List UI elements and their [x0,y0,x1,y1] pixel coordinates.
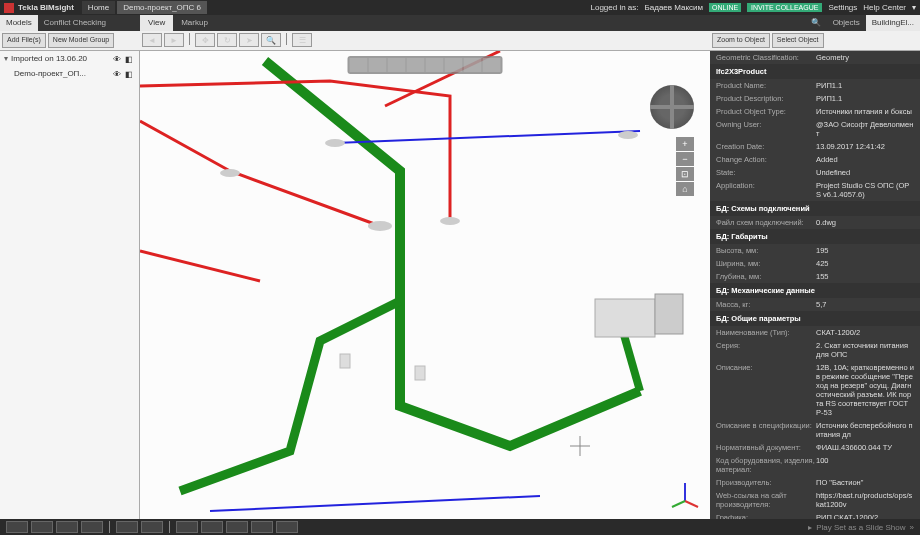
tab-markup[interactable]: Markup [173,15,216,31]
eye-icon[interactable]: 👁 [113,55,123,63]
tab-objects[interactable]: Objects [827,15,866,31]
prop-row: Описание:12В, 10А; кратковременно и в ре… [710,361,920,419]
tab-conflict[interactable]: Conflict Checking [38,15,112,31]
prop-row: Application:Project Studio CS ОПС (OPS v… [710,179,920,201]
svg-point-3 [325,139,345,147]
zoom-toolbar: + − ⊡ ⌂ [676,137,694,196]
prop-section-header: БД: Схемы подключений [710,201,920,216]
bottom-tool-icon[interactable] [81,521,103,533]
view-compass[interactable] [650,85,694,129]
orbit-icon[interactable]: ↻ [217,33,237,47]
view-mode-icon[interactable] [369,58,387,72]
tab-project[interactable]: Demo-проект_ОПС 6 [117,1,207,14]
tab-home[interactable]: Home [82,1,115,14]
prop-row: Change Action:Added [710,153,920,166]
help-link[interactable]: Help Center [863,3,906,12]
prop-row: Высота, мм:195 [710,244,920,257]
svg-rect-0 [595,299,655,337]
svg-point-4 [220,169,240,177]
view-mode-toolbar [348,56,503,74]
view-mode-icon[interactable] [350,58,368,72]
bottom-tool-icon[interactable] [141,521,163,533]
3d-viewport[interactable]: + − ⊡ ⌂ [140,51,710,519]
bottom-tool-icon[interactable] [176,521,198,533]
bottom-tool-icon[interactable] [226,521,248,533]
zoom-out-icon[interactable]: − [676,152,694,166]
svg-rect-1 [655,294,683,334]
prop-row: Масса, кг:5,7 [710,298,920,311]
pan-icon[interactable]: ✥ [195,33,215,47]
eye-icon[interactable]: 👁 [113,70,123,78]
collapse-icon[interactable]: ▾ [4,54,8,63]
view-mode-icon[interactable] [483,58,501,72]
tree-folder[interactable]: ▾ Imported on 13.06.20 👁◧ [0,51,139,66]
prop-row: Производитель:ПО "Бастион" [710,476,920,489]
bottom-tool-icon[interactable] [201,521,223,533]
settings-link[interactable]: Settings [828,3,857,12]
bottom-tool-icon[interactable] [251,521,273,533]
bottom-tool-icon[interactable] [116,521,138,533]
status-bar: ▸ Play Set as a Slide Show » [0,519,920,535]
view-mode-icon[interactable] [426,58,444,72]
view-mode-icon[interactable] [445,58,463,72]
bottom-tool-icon[interactable] [56,521,78,533]
zoom-home-icon[interactable]: ⌂ [676,182,694,196]
view-mode-icon[interactable] [407,58,425,72]
tab-objects-search-icon[interactable]: 🔍 [805,15,827,31]
nav-fwd-icon[interactable]: ► [164,33,184,47]
tab-models[interactable]: Models [0,15,38,31]
app-icon [4,3,14,13]
zoom-in-icon[interactable]: + [676,137,694,151]
prop-row: Глубина, мм:155 [710,270,920,283]
slideshow-control[interactable]: ▸ Play Set as a Slide Show » [808,523,914,532]
prop-row: Web-ссылка на сайт производителя:https:/… [710,489,920,511]
prop-row: Описание в спецификации:Источник беспере… [710,419,920,441]
prop-row: Наименование (Тип):СКАТ-1200/2 [710,326,920,339]
tool-icon[interactable]: ☰ [292,33,312,47]
tree-file[interactable]: Demo-проект_ОП... 👁◧ [0,66,139,81]
view-mode-icon[interactable] [464,58,482,72]
invite-button[interactable]: INVITE COLLEAGUE [747,3,822,12]
prop-row: State:Undefined [710,166,920,179]
tab-view[interactable]: View [140,15,173,31]
cursor-icon[interactable]: ➤ [239,33,259,47]
tree-label: Demo-проект_ОП... [14,69,86,78]
prop-row: Ширина, мм:425 [710,257,920,270]
new-group-button[interactable]: New Model Group [48,33,114,48]
tree-label: Imported on 13.06.20 [11,54,87,63]
prop-section-header: БД: Габариты [710,229,920,244]
svg-point-6 [440,217,460,225]
zoom-fit-icon[interactable]: ⊡ [676,167,694,181]
prop-row: Файл схем подключений:0.dwg [710,216,920,229]
prop-row: Geometric Classification:Geometry [710,51,920,64]
svg-rect-7 [340,354,350,368]
svg-point-5 [618,131,638,139]
user-name: Бадаев Максим [645,3,704,12]
axis-gizmo[interactable] [670,481,700,511]
bottom-tool-icon[interactable] [276,521,298,533]
layers-icon[interactable]: ◧ [125,55,135,63]
bottom-tool-icon[interactable] [31,521,53,533]
select-object-button[interactable]: Select Object [772,33,824,48]
login-label: Logged in as: [591,3,639,12]
svg-rect-8 [415,366,425,380]
nav-back-icon[interactable]: ◄ [142,33,162,47]
layers-icon[interactable]: ◧ [125,70,135,78]
zoom-window-icon[interactable]: 🔍 [261,33,281,47]
help-dropdown-icon[interactable]: ▾ [912,3,916,12]
prop-row: Creation Date:13.09.2017 12:41:42 [710,140,920,153]
tab-building-el[interactable]: BuildingEl... [866,15,920,31]
bottom-tool-icon[interactable] [6,521,28,533]
add-file-button[interactable]: Add File(s) [2,33,46,48]
prop-row: Код оборудования, изделия, материал:100 [710,454,920,476]
toolbar-row: Add File(s) New Model Group ◄ ► ✥ ↻ ➤ 🔍 … [0,31,920,51]
panel-tab-row: Models Conflict Checking View Markup 🔍 O… [0,15,920,31]
svg-line-12 [685,501,698,507]
view-mode-icon[interactable] [388,58,406,72]
zoom-to-object-button[interactable]: Zoom to Object [712,33,770,48]
prop-row: Product Description:РИП1.1 [710,92,920,105]
project-tabs: Home Demo-проект_ОПС 6 [82,1,207,14]
prop-row: Owning User:@ЗАО Сисофт Девелопмент [710,118,920,140]
prop-row: Product Object Type:Источники питания и … [710,105,920,118]
prop-row: Product Name:РИП1.1 [710,79,920,92]
